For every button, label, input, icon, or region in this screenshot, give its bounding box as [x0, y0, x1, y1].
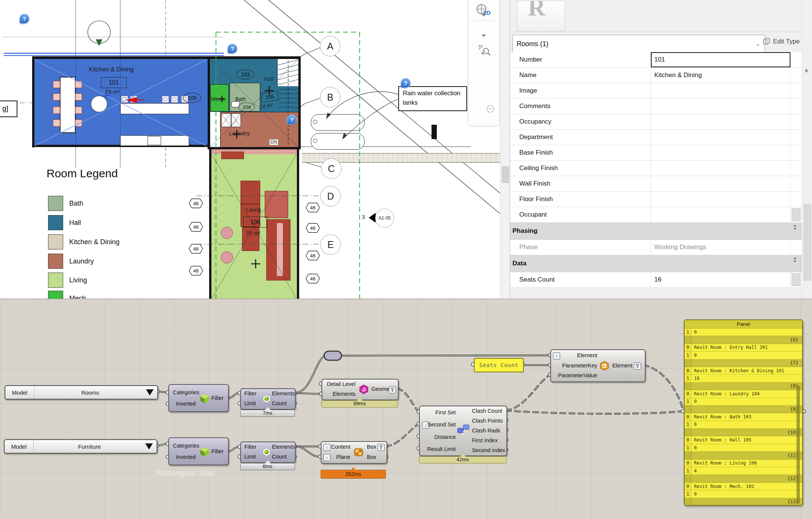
prop-side [790, 68, 802, 83]
prop-value-input[interactable] [651, 83, 790, 98]
type-selector-combobox[interactable]: Rooms (1) ⌄ [512, 35, 765, 53]
section-marker[interactable]: A1-05 [375, 209, 394, 228]
graft-icon[interactable] [377, 444, 385, 451]
port-parameter-value[interactable]: ParameterValue [551, 372, 597, 378]
grid-letter: D [327, 191, 334, 202]
output-panel[interactable]: Panel 10 {6} 0Revit Room : Entry Hall 20… [684, 319, 803, 506]
port-clash-count[interactable]: Clash Count [472, 408, 502, 414]
dropdown-triangle-icon[interactable] [146, 389, 154, 395]
panel-scrollbar-thumb[interactable] [796, 386, 800, 504]
port-box-out[interactable]: Box [367, 454, 376, 460]
port-second-set[interactable]: Second Set [420, 421, 456, 428]
prop-label: Department [510, 130, 651, 145]
help-badge[interactable]: ? [287, 115, 297, 125]
model-prefix: Model [5, 440, 34, 453]
graft-icon[interactable] [634, 363, 641, 370]
port-elements-out[interactable]: Elements [272, 444, 295, 450]
port-filter[interactable]: Filter [244, 390, 256, 397]
rain-tanks-note[interactable]: Rain water collection tanks [398, 86, 467, 111]
door-tag-105[interactable]: 105 [183, 93, 201, 103]
model-furniture-dropdown[interactable]: Model Furniture [4, 439, 157, 454]
port-filter-out[interactable]: Filter [211, 448, 224, 454]
port-inverted[interactable]: Inverted [176, 401, 196, 407]
port-limit[interactable]: Limit [244, 454, 256, 460]
port-filter-out[interactable]: Filter [211, 395, 224, 401]
collapse-icon[interactable]: ⌃⌃ [793, 226, 797, 231]
help-badge[interactable]: ? [19, 14, 29, 24]
door-tag-103[interactable]: 103 [236, 70, 255, 79]
port-second-index[interactable]: Second index [472, 447, 505, 453]
port-inverted[interactable]: Inverted [176, 454, 196, 460]
element-geometry-node[interactable]: Detail Level Elements Geometry [321, 379, 399, 400]
port-elements-out[interactable]: Elements [272, 390, 295, 397]
prop-value-input[interactable] [651, 99, 790, 114]
element-filter-node-rooms[interactable]: Filter Limit Elements Count [240, 388, 296, 410]
port-parameter-key[interactable]: ParameterKey [551, 363, 597, 369]
prop-value-input[interactable]: 101 [651, 52, 790, 67]
view-scrollbar[interactable] [500, 0, 511, 299]
kitchen-room-tag[interactable]: 101 [101, 77, 127, 88]
bounding-box-node[interactable]: ↑ ↑ Content Plane Box Box [321, 441, 387, 464]
graft-icon[interactable] [389, 386, 396, 394]
port-categories[interactable]: Categories [173, 389, 199, 395]
port-element[interactable]: Element [551, 352, 597, 358]
prop-value-input[interactable] [651, 207, 790, 222]
floor-plan-view[interactable]: Kitchen & Dining 101 73 m² 105 Mech. Bat… [0, 0, 500, 299]
seats-count-panel[interactable]: Seats Count [474, 358, 524, 372]
port-first-set[interactable]: First Set [420, 409, 456, 415]
port-count-out[interactable]: Count [272, 400, 287, 406]
collapse-circle-icon[interactable] [486, 105, 495, 113]
port-first-index[interactable]: First Index [472, 437, 498, 443]
help-badge[interactable]: ? [227, 43, 238, 54]
port-limit[interactable]: Limit [244, 400, 256, 406]
port-plane[interactable]: Plane [321, 454, 350, 460]
port-count-out[interactable]: Count [272, 454, 287, 460]
panel-row: 10 [685, 352, 802, 359]
category-filter-node-rooms[interactable]: Categories Inverted Filter [168, 384, 229, 412]
prop-more-button[interactable] [792, 273, 801, 286]
pan-zoom-icon[interactable] [477, 43, 492, 58]
help-badge[interactable]: ? [401, 78, 411, 88]
port-filter[interactable]: Filter [244, 444, 256, 450]
prop-value-input[interactable] [651, 176, 790, 191]
door-tag-104[interactable]: 104 [238, 102, 255, 112]
prop-value-input[interactable]: Kitchen & Dining [651, 68, 790, 83]
group-header-data[interactable]: Data⌃⌃ [510, 255, 802, 272]
category-filter-node-furniture[interactable]: Categories Inverted Filter [168, 437, 229, 465]
clash-node[interactable]: First Set ↓ Second Set Distance Result L… [419, 406, 507, 456]
group-header-phasing[interactable]: Phasing⌃⌃ [510, 223, 802, 240]
port-content[interactable]: Content [321, 444, 350, 450]
scroll-up-arrow[interactable]: ∧ [804, 67, 808, 73]
mech-room-label: Mech. [211, 96, 225, 102]
edit-type-button[interactable]: Edit Type [763, 38, 800, 45]
prop-value-input[interactable] [651, 145, 790, 160]
port-element-out[interactable]: Element [612, 363, 632, 369]
dropdown-triangle-icon[interactable] [145, 443, 153, 449]
living-room-tag[interactable]: 106 [243, 217, 267, 228]
prop-more-button[interactable] [792, 208, 801, 221]
port-distance[interactable]: Distance [420, 434, 456, 440]
properties-scrollbar[interactable]: ∧ [802, 0, 812, 299]
port-categories[interactable]: Categories [173, 443, 199, 449]
steering-wheel-icon[interactable]: 2D [475, 3, 492, 19]
collapse-icon[interactable]: ⌃⌃ [793, 259, 797, 264]
property-grid: Number101 NameKitchen & Dining Image Com… [510, 52, 802, 288]
properties-scrollbar-thumb[interactable] [804, 204, 811, 280]
port-clash-points[interactable]: Clash Points [472, 418, 503, 424]
prop-value-input[interactable] [651, 192, 790, 207]
prop-value-input[interactable] [651, 130, 790, 145]
navbar-dropdown-caret[interactable] [481, 34, 486, 37]
port-detail-level[interactable]: Detail Level [322, 381, 356, 387]
port-box-out[interactable]: Box [367, 444, 376, 450]
set-parameter-node[interactable]: ↑ Element ParameterKey ParameterValue K … [550, 349, 646, 382]
prop-value-input[interactable] [651, 114, 790, 129]
port-elements[interactable]: Elements [322, 391, 356, 397]
view-scrollbar-thumb[interactable] [502, 166, 509, 183]
element-filter-node-furniture[interactable]: Filter Limit Elements Count [240, 442, 296, 463]
model-rooms-dropdown[interactable]: Model Rooms [5, 385, 158, 400]
port-clash-radii[interactable]: Clash Radii [472, 428, 500, 434]
prop-value-input[interactable] [651, 161, 790, 176]
revit-navigation-bar: 2D [468, 0, 500, 126]
prop-value-input[interactable]: 16 [651, 272, 790, 287]
port-result-limit[interactable]: Result Limit [420, 446, 456, 452]
